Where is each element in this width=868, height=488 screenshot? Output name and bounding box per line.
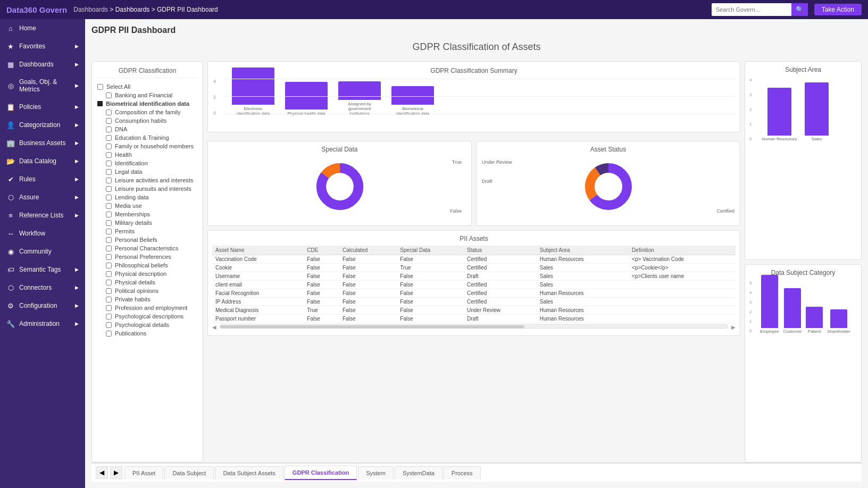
- sidebar-item-assure[interactable]: ⬡ Assure ▶: [0, 188, 85, 206]
- breadcrumb-dashboards[interactable]: Dashboards: [73, 6, 108, 13]
- checkbox-memberships[interactable]: [106, 212, 112, 217]
- classification-item-consumption[interactable]: Consumption habits: [97, 116, 197, 125]
- classification-item-physical-description[interactable]: Physical description: [97, 270, 197, 278]
- checkbox-personal-beliefs[interactable]: [106, 237, 112, 243]
- checkbox-banking[interactable]: [106, 92, 112, 98]
- tab-system[interactable]: System: [358, 466, 394, 479]
- sidebar-item-dashboards[interactable]: ▦ Dashboards ▶: [0, 55, 85, 73]
- classification-item-physical-details[interactable]: Physical details: [97, 278, 197, 287]
- checkbox-leisure-activities[interactable]: [106, 178, 112, 183]
- tab-data-subject-assets[interactable]: Data Subject Assets: [215, 466, 283, 479]
- take-action-button[interactable]: Take Action: [814, 4, 862, 15]
- chevron-icon: ▶: [75, 158, 79, 164]
- table-scrollbar[interactable]: ◀ ▶: [212, 323, 736, 331]
- sidebar-item-community[interactable]: ◉ Community: [0, 242, 85, 260]
- classification-item-philosophical[interactable]: Philosophical beliefs: [97, 261, 197, 270]
- sidebar-item-rules[interactable]: ✔ Rules ▶: [0, 170, 85, 188]
- sidebar-item-policies[interactable]: 📋 Policies ▶: [0, 98, 85, 116]
- checkbox-political[interactable]: [106, 288, 112, 294]
- sidebar-item-semantic-tags[interactable]: 🏷 Semantic Tags ▶: [0, 260, 85, 279]
- classification-item-military[interactable]: Military details: [97, 218, 197, 227]
- tab-system-data[interactable]: SystemData: [395, 466, 443, 479]
- classification-item-lending[interactable]: Lending data: [97, 193, 197, 201]
- sidebar-item-favorites[interactable]: ★ Favorites ▶: [0, 37, 85, 55]
- sidebar-label-assure: Assure: [19, 193, 71, 201]
- checkbox-personal-chars[interactable]: [106, 246, 112, 251]
- classification-item-education[interactable]: Education & Training: [97, 133, 197, 142]
- checkbox-leisure-pursuits[interactable]: [106, 186, 112, 192]
- select-all-checkbox[interactable]: [97, 84, 103, 90]
- checkbox-legal[interactable]: [106, 169, 112, 175]
- classification-item-psych-details[interactable]: Psychological details: [97, 321, 197, 329]
- checkbox-media[interactable]: [106, 203, 112, 209]
- checkbox-permits[interactable]: [106, 229, 112, 234]
- classification-item-identification[interactable]: Identification: [97, 159, 197, 167]
- classification-item-profession[interactable]: Profession and employment: [97, 304, 197, 312]
- search-input[interactable]: [712, 3, 791, 16]
- classification-item-dna[interactable]: DNA: [97, 125, 197, 133]
- sidebar-item-data-catalog[interactable]: 📂 Data Catalog ▶: [0, 152, 85, 170]
- tab-process[interactable]: Process: [444, 466, 481, 479]
- classification-item-media[interactable]: Media use: [97, 201, 197, 210]
- checkbox-family[interactable]: [106, 144, 112, 149]
- checkbox-physical-details[interactable]: [106, 280, 112, 285]
- tab-prev-button[interactable]: ◀: [96, 466, 108, 479]
- sidebar-item-configuration[interactable]: ⚙ Configuration ▶: [0, 297, 85, 315]
- classification-item-leisure-activities[interactable]: Leisure activities and interests: [97, 176, 197, 184]
- dashboards-icon: ▦: [6, 60, 15, 69]
- sidebar-label-favorites: Favorites: [19, 43, 71, 50]
- sidebar-item-reference-lists[interactable]: ≡ Reference Lists ▶: [0, 206, 85, 224]
- classification-item-publications[interactable]: Publications: [97, 329, 197, 338]
- classification-item-biometrical[interactable]: Biometrical identification data: [97, 99, 197, 108]
- checkbox-health[interactable]: [106, 152, 112, 158]
- classification-item-select-all[interactable]: Select All: [97, 82, 197, 91]
- checkbox-dna[interactable]: [106, 127, 112, 132]
- classification-item-legal[interactable]: Legal data: [97, 167, 197, 176]
- sidebar-item-categorization[interactable]: 👤 Categorization ▶: [0, 116, 85, 134]
- sidebar-item-workflow[interactable]: ↔ Workflow: [0, 224, 85, 242]
- sidebar-label-semantic-tags: Semantic Tags: [19, 266, 71, 273]
- sidebar-label-connectors: Connectors: [19, 284, 71, 291]
- checkbox-private-habits[interactable]: [106, 297, 112, 302]
- classification-item-composition[interactable]: Composition of the family: [97, 108, 197, 116]
- classification-item-memberships[interactable]: Memberships: [97, 210, 197, 218]
- classification-item-personal-characteristics[interactable]: Personal Characteristics: [97, 244, 197, 253]
- classification-item-health[interactable]: Health: [97, 150, 197, 159]
- classification-item-private-habits[interactable]: Private habits: [97, 295, 197, 304]
- checkbox-publications[interactable]: [106, 331, 112, 336]
- checkbox-physical-desc[interactable]: [106, 271, 112, 277]
- checkbox-identification[interactable]: [106, 161, 112, 166]
- checkbox-philosophical[interactable]: [106, 263, 112, 268]
- classification-item-psych-descriptions[interactable]: Psychological descriptions: [97, 312, 197, 321]
- classification-item-personal-preferences[interactable]: Personal Preferences: [97, 253, 197, 261]
- community-icon: ◉: [6, 247, 15, 256]
- sidebar-item-home[interactable]: ⌂ Home: [0, 19, 85, 37]
- table-row: UsernameFalseFalseFalseDraftSales<p>Clie…: [212, 272, 736, 281]
- sidebar-item-business-assets[interactable]: 🏢 Business Assets ▶: [0, 134, 85, 152]
- tab-gdpr-classification[interactable]: GDPR Classification: [285, 466, 357, 480]
- classification-item-permits[interactable]: Permits: [97, 227, 197, 235]
- search-button[interactable]: 🔍: [791, 3, 808, 16]
- sidebar-item-administration[interactable]: 🔧 Administration ▶: [0, 315, 85, 333]
- classification-item-personal-beliefs[interactable]: Personal Beliefs: [97, 235, 197, 244]
- tab-pii-asset[interactable]: PII Asset: [124, 466, 163, 479]
- checkbox-consumption[interactable]: [106, 118, 112, 124]
- checkbox-military[interactable]: [106, 220, 112, 226]
- goals-icon: ◎: [6, 81, 15, 90]
- tab-next-button[interactable]: ▶: [110, 466, 122, 479]
- true-label: True: [452, 159, 462, 165]
- checkbox-personal-prefs[interactable]: [106, 254, 112, 260]
- classification-item-leisure-pursuits[interactable]: Leisure pursuits and interests: [97, 184, 197, 193]
- tab-data-subject[interactable]: Data Subject: [164, 466, 214, 479]
- checkbox-education[interactable]: [106, 135, 112, 141]
- checkbox-lending[interactable]: [106, 195, 112, 200]
- classification-item-family[interactable]: Family or household members: [97, 142, 197, 150]
- checkbox-psych-details[interactable]: [106, 322, 112, 328]
- classification-item-political[interactable]: Political opinions: [97, 287, 197, 295]
- sidebar-item-connectors[interactable]: ⬡ Connectors ▶: [0, 279, 85, 297]
- checkbox-profession[interactable]: [106, 305, 112, 311]
- sidebar-item-goals[interactable]: ◎ Goals, Obj. & Metrics ▶: [0, 73, 85, 98]
- checkbox-psych-desc[interactable]: [106, 314, 112, 319]
- checkbox-composition[interactable]: [106, 110, 112, 115]
- classification-item-banking[interactable]: Banking and Financial: [97, 91, 197, 99]
